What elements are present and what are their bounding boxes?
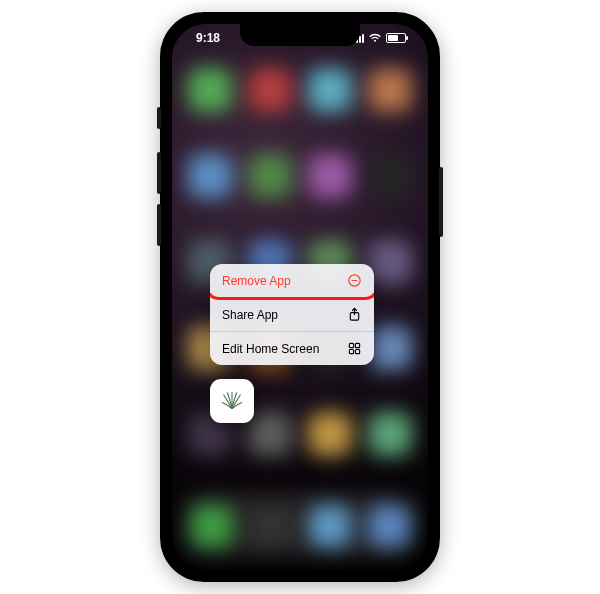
svg-rect-4 xyxy=(355,343,359,347)
menu-item-remove-app[interactable]: Remove App xyxy=(210,264,374,298)
status-indicators xyxy=(353,33,406,43)
volume-down-button xyxy=(157,204,161,246)
status-time: 9:18 xyxy=(196,31,220,45)
wifi-icon xyxy=(368,33,382,43)
menu-item-label: Share App xyxy=(222,308,278,322)
menu-item-label: Edit Home Screen xyxy=(222,342,319,356)
apps-icon xyxy=(347,341,362,356)
menu-item-edit-home-screen[interactable]: Edit Home Screen xyxy=(210,332,374,365)
svg-rect-3 xyxy=(349,343,353,347)
svg-rect-5 xyxy=(349,349,353,353)
svg-rect-6 xyxy=(355,349,359,353)
menu-item-label: Remove App xyxy=(222,274,291,288)
menu-item-share-app[interactable]: Share App xyxy=(210,298,374,332)
silence-switch xyxy=(157,107,161,129)
share-icon xyxy=(347,307,362,322)
leaf-icon xyxy=(217,386,247,416)
side-power-button xyxy=(439,167,443,237)
app-context-container: Remove App Share App Edit Home Screen xyxy=(210,264,374,423)
context-menu: Remove App Share App Edit Home Screen xyxy=(210,264,374,365)
volume-up-button xyxy=(157,152,161,194)
battery-icon xyxy=(386,33,406,43)
notch xyxy=(240,24,360,46)
screen: 9:18 Remove App xyxy=(172,24,428,570)
iphone-frame: 9:18 Remove App xyxy=(160,12,440,582)
app-icon[interactable] xyxy=(210,379,254,423)
remove-circle-icon xyxy=(347,273,362,288)
